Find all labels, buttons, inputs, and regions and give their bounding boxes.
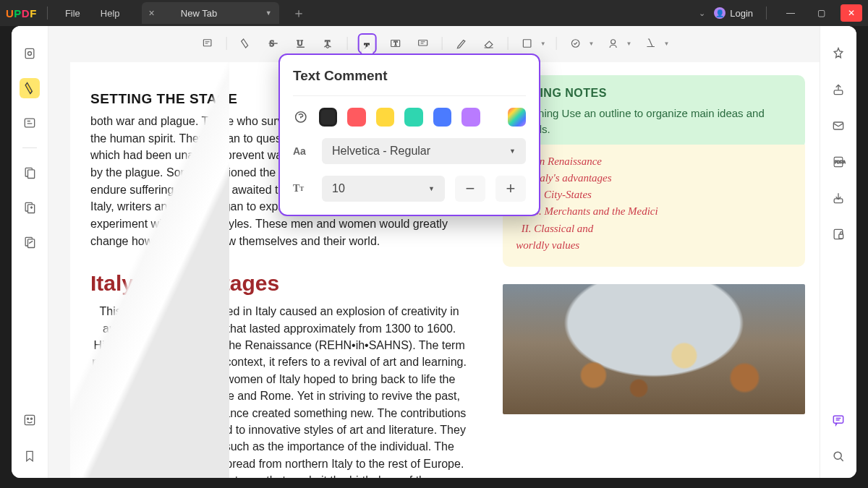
svg-rect-31	[833, 416, 843, 423]
outline-line: worldly values	[516, 237, 792, 254]
color-swatch-blue[interactable]	[433, 108, 452, 127]
document-canvas: S U T T T ▼ ▼ ▼ ▼ SETTING THE STAGE	[48, 26, 820, 478]
color-swatch-rainbow[interactable]	[508, 108, 527, 127]
email-icon[interactable]	[828, 116, 848, 136]
strikethrough-tool-icon[interactable]: S	[265, 35, 282, 52]
signature-tool-icon[interactable]	[642, 35, 659, 52]
tab-chevron-icon[interactable]: ▼	[265, 9, 272, 17]
size-increase-button[interactable]: +	[495, 176, 526, 202]
color-swatch-red[interactable]	[347, 108, 366, 127]
callout-tool-icon[interactable]	[414, 35, 432, 52]
underline-tool-icon[interactable]: U	[292, 35, 310, 52]
right-rail: PDF/A	[820, 26, 856, 478]
svg-rect-0	[25, 48, 34, 58]
svg-rect-9	[25, 415, 34, 424]
help-menu[interactable]: Help	[93, 5, 127, 22]
close-tab-icon[interactable]: ×	[149, 7, 155, 19]
star-ai-icon[interactable]	[828, 43, 848, 64]
sticker-menu-chevron-icon[interactable]: ▼	[626, 40, 632, 47]
reader-mode-icon[interactable]	[20, 43, 40, 64]
pdfa-icon[interactable]: PDF/A	[828, 152, 848, 172]
color-swatch-black[interactable]	[319, 108, 338, 127]
svg-rect-2	[25, 119, 34, 127]
notes-panel: TAKING NOTES Outlining Use an outline to…	[503, 75, 805, 149]
color-swatch-purple[interactable]	[461, 108, 480, 127]
svg-point-11	[30, 418, 32, 419]
stamp-menu-chevron-icon[interactable]: ▼	[589, 40, 595, 47]
outline-line: A. City-States	[516, 187, 792, 203]
text-comment-tool-icon[interactable]: T	[358, 33, 377, 53]
highlight-tool-icon[interactable]	[237, 35, 255, 52]
svg-point-22	[611, 40, 616, 44]
svg-text:T: T	[325, 38, 330, 47]
shape-menu-chevron-icon[interactable]: ▼	[540, 40, 546, 47]
svg-text:U: U	[297, 38, 302, 47]
color-swatch-teal[interactable]	[404, 108, 423, 127]
svg-rect-24	[834, 90, 843, 95]
thumbnails-icon[interactable]	[20, 410, 40, 430]
bookmarks-icon[interactable]	[20, 446, 40, 466]
svg-point-32	[834, 452, 841, 459]
body-paragraph-2: This movement that started in Italy caus…	[90, 303, 468, 478]
svg-rect-20	[523, 40, 531, 48]
sticky-note-tool-icon[interactable]	[199, 35, 216, 52]
notes-text: Outlining Use an outline to organize mai…	[516, 106, 792, 137]
chevron-down-icon: ▼	[509, 147, 516, 155]
edit-text-icon[interactable]	[20, 113, 40, 133]
svg-point-10	[27, 418, 28, 419]
advantages-heading: Italy's Advantages	[90, 271, 468, 296]
new-tab-button[interactable]: ＋	[285, 4, 312, 22]
titlebar: UPDF File Help × New Tab ▼ ＋ ⌄ 👤 Login —…	[0, 0, 868, 26]
window-menu-chevron-icon[interactable]: ⌄	[699, 9, 705, 18]
size-select[interactable]: 10 ▼	[322, 176, 445, 202]
outline-line: I. Italy's advantages	[516, 170, 792, 187]
size-label-icon: TT	[293, 183, 312, 194]
outline-panel: Italian Renaissance I. Italy's advantage…	[503, 145, 805, 267]
notes-heading: TAKING NOTES	[516, 87, 792, 100]
svg-rect-4	[28, 170, 35, 179]
app-logo: UPDF	[6, 7, 37, 20]
share-icon[interactable]	[828, 80, 848, 100]
font-select[interactable]: Helvetica - Regular ▼	[322, 138, 526, 164]
export-icon[interactable]	[828, 188, 848, 208]
search-icon[interactable]	[828, 446, 848, 466]
textbox-tool-icon[interactable]: T	[387, 35, 404, 52]
color-picker-icon[interactable]	[293, 109, 309, 125]
svg-rect-6	[28, 205, 35, 213]
size-decrease-button[interactable]: −	[455, 176, 485, 202]
squiggly-tool-icon[interactable]: T	[320, 35, 337, 52]
svg-point-1	[28, 52, 32, 56]
login-button[interactable]: 👤 Login	[714, 7, 753, 19]
svg-rect-12	[203, 40, 211, 46]
maximize-button[interactable]: ▢	[810, 4, 832, 22]
annotation-toolbar: S U T T T ▼ ▼ ▼ ▼	[193, 32, 676, 55]
page-tool-icon[interactable]	[20, 163, 40, 183]
font-label-icon: Aa	[293, 145, 312, 157]
protect-icon[interactable]	[828, 224, 848, 244]
comment-tool-icon[interactable]	[20, 78, 40, 98]
shape-tool-icon[interactable]	[519, 35, 536, 52]
crop-pages-icon[interactable]	[20, 232, 40, 252]
color-swatch-yellow[interactable]	[376, 108, 395, 127]
stamp-tool-icon[interactable]	[567, 35, 584, 52]
left-rail	[12, 26, 48, 478]
organize-pages-icon[interactable]	[20, 197, 40, 218]
avatar-icon: 👤	[714, 7, 726, 19]
file-menu[interactable]: File	[58, 5, 88, 22]
outline-line: II. Classical and	[516, 221, 792, 237]
signature-menu-chevron-icon[interactable]: ▼	[663, 40, 669, 47]
comments-list-icon[interactable]	[828, 410, 848, 430]
svg-text:T: T	[393, 40, 397, 47]
text-comment-popup: Text Comment Aa Helvetica - Regular ▼	[278, 53, 540, 216]
pencil-tool-icon[interactable]	[453, 35, 470, 52]
close-window-button[interactable]: ✕	[841, 4, 862, 22]
eraser-tool-icon[interactable]	[480, 35, 498, 52]
svg-text:T: T	[365, 42, 370, 50]
svg-rect-19	[419, 40, 427, 46]
outline-line: Italian Renaissance	[516, 153, 792, 170]
minimize-button[interactable]: —	[780, 4, 801, 22]
renaissance-image	[503, 284, 805, 414]
tab-new[interactable]: × New Tab ▼	[142, 2, 279, 24]
tab-label: New Tab	[181, 8, 217, 19]
sticker-tool-icon[interactable]	[605, 35, 622, 52]
